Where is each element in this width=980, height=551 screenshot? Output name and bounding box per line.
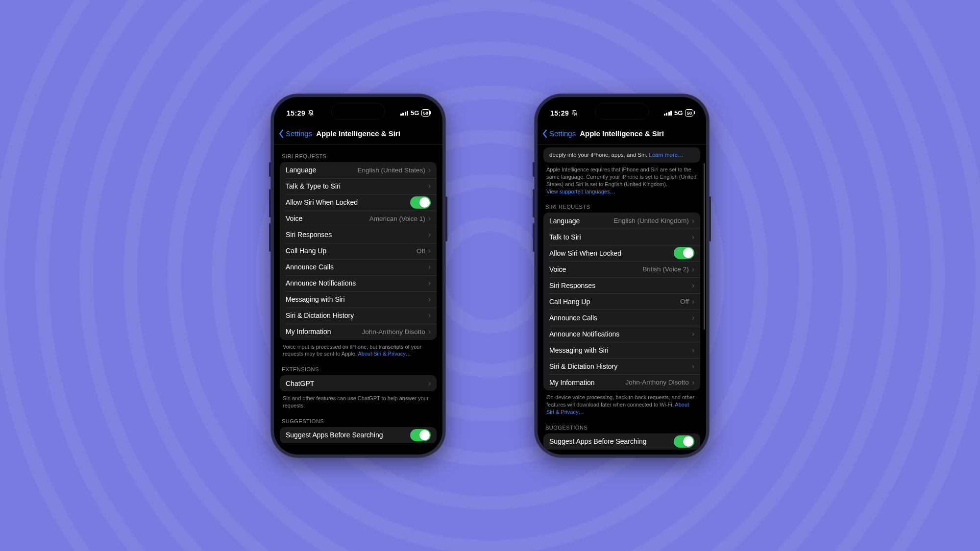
back-button[interactable]: Settings	[538, 129, 576, 138]
intro-box: deeply into your iPhone, apps, and Siri.…	[543, 147, 700, 163]
chevron-right-icon: ›	[428, 311, 431, 320]
group-extensions: ChatGPT›	[280, 375, 437, 391]
group-siri-requests: LanguageEnglish (United Kingdom)› Talk t…	[543, 213, 700, 390]
chevron-right-icon: ›	[428, 263, 431, 271]
chevron-right-icon: ›	[692, 233, 694, 241]
row-chatgpt[interactable]: ChatGPT›	[280, 375, 437, 391]
chevron-right-icon: ›	[692, 281, 694, 290]
chevron-right-icon: ›	[428, 246, 431, 255]
row-siri-dictation-history[interactable]: Siri & Dictation History›	[543, 358, 700, 374]
chevron-right-icon: ›	[692, 265, 694, 274]
settings-scroll[interactable]: deeply into your iPhone, apps, and Siri.…	[538, 144, 706, 455]
battery-icon: 58	[685, 109, 693, 117]
nav-bar: Settings Apple Intelligence & Siri	[538, 123, 706, 144]
iphone-mockup-left: 15:29 5G 58 Settings Apple Intelligence …	[270, 94, 446, 458]
row-language[interactable]: LanguageEnglish (United States)›	[280, 162, 437, 178]
row-talk-to-siri[interactable]: Talk to Siri›	[543, 229, 700, 245]
row-siri-responses[interactable]: Siri Responses›	[543, 277, 700, 293]
chevron-left-icon	[541, 129, 548, 138]
link-about-siri-privacy[interactable]: About Siri & Privacy…	[358, 351, 411, 357]
toggle-suggest-apps[interactable]	[410, 429, 431, 441]
section-header-suggestions: SUGGESTIONS	[538, 416, 706, 433]
row-my-information[interactable]: My InformationJohn-Anthony Disotto›	[280, 324, 437, 340]
back-label: Settings	[549, 129, 576, 138]
row-allow-siri-locked[interactable]: Allow Siri When Locked	[280, 194, 437, 211]
chevron-right-icon: ›	[428, 279, 431, 287]
chevron-right-icon: ›	[692, 362, 694, 371]
row-messaging-with-siri[interactable]: Messaging with Siri›	[280, 291, 437, 308]
network-label: 5G	[674, 109, 683, 117]
settings-scroll[interactable]: SIRI REQUESTS LanguageEnglish (United St…	[274, 144, 442, 455]
chevron-right-icon: ›	[428, 327, 431, 336]
chevron-right-icon: ›	[428, 295, 431, 304]
row-talk-to-siri[interactable]: Talk & Type to Siri›	[280, 178, 437, 194]
back-button[interactable]: Settings	[274, 129, 312, 138]
section-header-siri-requests: SIRI REQUESTS	[274, 144, 442, 162]
section-header-siri-requests: SIRI REQUESTS	[538, 195, 706, 213]
battery-icon: 58	[421, 109, 430, 117]
chevron-right-icon: ›	[692, 330, 694, 338]
reset-hidden-suggestions[interactable]: Reset Hidden Suggestions	[538, 450, 706, 455]
row-announce-calls[interactable]: Announce Calls›	[543, 310, 700, 326]
chevron-right-icon: ›	[692, 297, 694, 306]
chevron-right-icon: ›	[692, 346, 694, 355]
link-supported-languages[interactable]: View supported languages…	[546, 189, 615, 194]
back-label: Settings	[286, 129, 312, 138]
row-call-hangup[interactable]: Call Hang UpOff›	[543, 293, 700, 310]
row-suggest-apps[interactable]: Suggest Apps Before Searching	[543, 433, 700, 450]
toggle-allow-siri-locked[interactable]	[674, 247, 694, 259]
signal-icon	[664, 111, 672, 116]
chevron-right-icon: ›	[692, 216, 694, 225]
group-siri-requests: LanguageEnglish (United States)› Talk & …	[280, 162, 437, 340]
footer-extensions: Siri and other features can use ChatGPT …	[274, 391, 442, 409]
row-my-information[interactable]: My InformationJohn-Anthony Disotto›	[543, 374, 700, 390]
row-voice[interactable]: VoiceAmerican (Voice 1)›	[280, 211, 437, 227]
chevron-right-icon: ›	[428, 166, 431, 174]
section-header-extensions: EXTENSIONS	[274, 358, 442, 375]
chevron-right-icon: ›	[428, 230, 431, 239]
row-call-hangup[interactable]: Call Hang UpOff›	[280, 243, 437, 259]
row-announce-calls[interactable]: Announce Calls›	[280, 259, 437, 275]
chevron-right-icon: ›	[428, 379, 431, 388]
row-announce-notifications[interactable]: Announce Notifications›	[543, 326, 700, 342]
status-time: 15:29	[287, 109, 305, 117]
chevron-right-icon: ›	[692, 378, 694, 387]
link-learn-more[interactable]: Learn more…	[649, 152, 683, 158]
row-siri-dictation-history[interactable]: Siri & Dictation History›	[280, 308, 437, 324]
chevron-left-icon	[278, 129, 285, 138]
chevron-right-icon: ›	[428, 214, 431, 223]
row-voice[interactable]: VoiceBritish (Voice 2)›	[543, 261, 700, 277]
row-language[interactable]: LanguageEnglish (United Kingdom)›	[543, 213, 700, 229]
row-announce-notifications[interactable]: Announce Notifications›	[280, 275, 437, 291]
footer-siri-privacy: On-device voice processing, back-to-back…	[538, 390, 706, 416]
status-time: 15:29	[550, 109, 569, 117]
scrollbar-indicator	[704, 163, 705, 330]
row-siri-responses[interactable]: Siri Responses›	[280, 227, 437, 243]
toggle-suggest-apps[interactable]	[674, 435, 694, 448]
section-header-suggestions: SUGGESTIONS	[274, 409, 442, 427]
iphone-mockup-right: 15:29 5G 58 Settings Apple Intelligence …	[534, 94, 710, 458]
network-label: 5G	[411, 109, 419, 117]
row-suggest-apps[interactable]: Suggest Apps Before Searching	[280, 427, 437, 443]
dynamic-island	[595, 103, 649, 120]
row-allow-siri-locked[interactable]: Allow Siri When Locked	[543, 245, 700, 261]
chevron-right-icon: ›	[428, 182, 431, 191]
signal-icon	[400, 111, 409, 116]
group-suggestions: Suggest Apps Before Searching	[543, 433, 700, 450]
toggle-allow-siri-locked[interactable]	[410, 196, 431, 209]
silent-icon	[571, 110, 578, 116]
silent-icon	[308, 110, 314, 116]
composition-background: 15:29 5G 58 Settings Apple Intelligence …	[0, 0, 980, 551]
dynamic-island	[331, 103, 385, 120]
row-messaging-with-siri[interactable]: Messaging with Siri›	[543, 342, 700, 358]
nav-bar: Settings Apple Intelligence & Siri	[274, 123, 442, 144]
footer-siri-privacy: Voice input is processed on iPhone, but …	[274, 340, 442, 358]
group-suggestions: Suggest Apps Before Searching	[280, 427, 437, 443]
language-requirement-note: Apple Intelligence requires that iPhone …	[538, 163, 706, 195]
chevron-right-icon: ›	[692, 313, 694, 322]
